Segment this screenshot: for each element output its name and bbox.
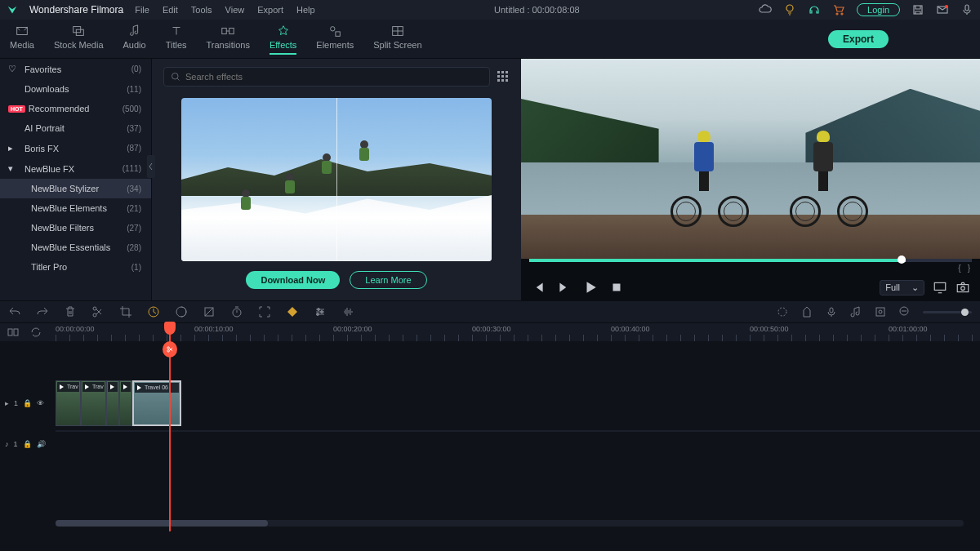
clip-4[interactable] xyxy=(119,380,132,426)
sidebar-sub-filters[interactable]: NewBlue Filters(27) xyxy=(0,218,151,238)
svg-point-5 xyxy=(945,5,948,8)
effect-preview[interactable] xyxy=(181,98,492,261)
audio-track[interactable]: ♪1🔒🔊 xyxy=(56,431,980,455)
prev-frame-button[interactable] xyxy=(531,280,546,295)
tab-media[interactable]: Media xyxy=(10,24,34,55)
login-button[interactable]: Login xyxy=(857,3,900,16)
save-icon[interactable] xyxy=(911,3,924,16)
clip-5-selected[interactable]: Travel 06 xyxy=(132,380,181,426)
svg-rect-19 xyxy=(497,75,500,78)
export-button[interactable]: Export xyxy=(828,30,889,48)
menu-help[interactable]: Help xyxy=(296,5,315,15)
adjust-icon[interactable] xyxy=(314,305,327,318)
clip-2[interactable]: Trav xyxy=(81,380,106,426)
split-icon[interactable] xyxy=(91,305,105,318)
display-icon[interactable] xyxy=(933,280,947,295)
sidebar-item-boris-fx[interactable]: ▸Boris FX(87) xyxy=(0,138,151,158)
video-preview[interactable] xyxy=(521,59,980,259)
sidebar-sub-stylizer[interactable]: NewBlue Stylizer(34) xyxy=(0,179,151,198)
lock-icon[interactable]: 🔒 xyxy=(23,399,32,407)
quality-select[interactable]: Full⌄ xyxy=(880,280,924,295)
tab-audio[interactable]: Audio xyxy=(123,24,146,55)
menu-tools[interactable]: Tools xyxy=(191,5,212,15)
download-now-button[interactable]: Download Now xyxy=(246,271,340,289)
video-progress-bar[interactable] xyxy=(529,259,972,262)
sidebar-item-ai-portrait[interactable]: AI Portrait(37) xyxy=(0,118,151,138)
timeline-toolbar xyxy=(0,300,980,323)
scissors-icon xyxy=(163,341,177,358)
detect-icon[interactable] xyxy=(258,305,271,318)
sidebar-item-newblue-fx[interactable]: ▾NewBlue FX(111) xyxy=(0,158,151,179)
volume-icon[interactable]: 🔊 xyxy=(37,440,46,448)
eye-icon[interactable]: 👁 xyxy=(37,399,44,407)
sidebar-item-recommended[interactable]: HOTRecommended(500) xyxy=(0,99,151,118)
speed-icon[interactable] xyxy=(147,305,160,318)
idea-icon[interactable] xyxy=(783,3,796,16)
crop-icon[interactable] xyxy=(119,305,132,318)
video-track[interactable]: ▸1🔒👁 Trav Trav Travel 06 xyxy=(56,375,980,431)
music-icon[interactable] xyxy=(849,305,862,318)
menu-export[interactable]: Export xyxy=(257,5,283,15)
search-effects-input[interactable] xyxy=(163,67,490,87)
hot-badge: HOT xyxy=(8,105,25,113)
sidebar-sub-titler[interactable]: Titler Pro(1) xyxy=(0,257,151,277)
video-track-icon: ▸ xyxy=(5,399,9,407)
render-icon[interactable] xyxy=(874,305,887,318)
marker-in-icon[interactable]: { xyxy=(958,264,960,273)
sidebar-collapse-handle[interactable] xyxy=(147,155,155,178)
audio-icon[interactable] xyxy=(341,305,354,318)
menu-file[interactable]: File xyxy=(135,5,149,15)
menu-view[interactable]: View xyxy=(225,5,245,15)
mix-icon[interactable] xyxy=(776,305,789,318)
menu-edit[interactable]: Edit xyxy=(163,5,178,15)
sidebar-item-favorites[interactable]: ♡Favorites(0) xyxy=(0,59,151,79)
next-frame-button[interactable] xyxy=(557,280,572,295)
timeline-scrollbar[interactable] xyxy=(56,520,964,527)
green-screen-icon[interactable] xyxy=(203,305,216,318)
clip-1[interactable]: Trav xyxy=(56,380,81,426)
stop-button[interactable] xyxy=(609,280,624,295)
zoom-slider[interactable] xyxy=(923,311,972,313)
sync-icon[interactable] xyxy=(29,326,42,339)
svg-point-46 xyxy=(167,350,170,353)
learn-more-button[interactable]: Learn More xyxy=(350,271,426,289)
expand-tracks-icon[interactable] xyxy=(7,326,20,339)
svg-point-1 xyxy=(836,13,838,15)
color-icon[interactable] xyxy=(175,305,188,318)
sidebar-sub-essentials[interactable]: NewBlue Essentials(28) xyxy=(0,238,151,257)
timer-icon[interactable] xyxy=(230,305,243,318)
tab-titles[interactable]: Titles xyxy=(166,24,187,55)
headphones-icon[interactable] xyxy=(808,3,821,16)
clip-3[interactable] xyxy=(106,380,119,426)
redo-icon[interactable] xyxy=(36,305,49,318)
zoom-out-icon[interactable] xyxy=(898,305,911,318)
delete-icon[interactable] xyxy=(64,305,77,318)
tab-effects[interactable]: Effects xyxy=(270,24,296,55)
tab-stock-media[interactable]: Stock Media xyxy=(54,24,104,55)
svg-point-45 xyxy=(167,347,170,349)
message-icon[interactable] xyxy=(936,3,949,16)
grid-view-icon[interactable] xyxy=(497,70,510,83)
keyframe-icon[interactable] xyxy=(286,305,299,318)
snapshot-icon[interactable] xyxy=(956,280,970,295)
record-icon[interactable] xyxy=(825,305,838,318)
svg-point-35 xyxy=(318,309,320,311)
playhead[interactable] xyxy=(169,323,171,531)
tab-elements[interactable]: Elements xyxy=(316,24,354,55)
tab-split-screen[interactable]: Split Screen xyxy=(373,24,421,55)
tab-transitions[interactable]: Transitions xyxy=(207,24,250,55)
sidebar-sub-elements[interactable]: NewBlue Elements(21) xyxy=(0,198,151,218)
chevron-right-icon: ▸ xyxy=(8,143,20,153)
audio-track-icon: ♪ xyxy=(5,440,9,448)
marker-icon[interactable] xyxy=(800,305,813,318)
undo-icon[interactable] xyxy=(8,305,21,318)
cloud-icon[interactable] xyxy=(759,3,772,16)
marker-out-icon[interactable]: } xyxy=(968,264,970,273)
mic-icon[interactable] xyxy=(960,3,973,16)
play-button[interactable] xyxy=(583,280,598,295)
lock-icon[interactable]: 🔒 xyxy=(23,440,32,448)
timeline-ruler[interactable]: 00:00:00:0000:00:10:0000:00:20:0000:00:3… xyxy=(0,323,980,341)
svg-rect-23 xyxy=(501,79,504,82)
sidebar-item-downloads[interactable]: Downloads(11) xyxy=(0,79,151,99)
cart-icon[interactable] xyxy=(832,3,845,16)
